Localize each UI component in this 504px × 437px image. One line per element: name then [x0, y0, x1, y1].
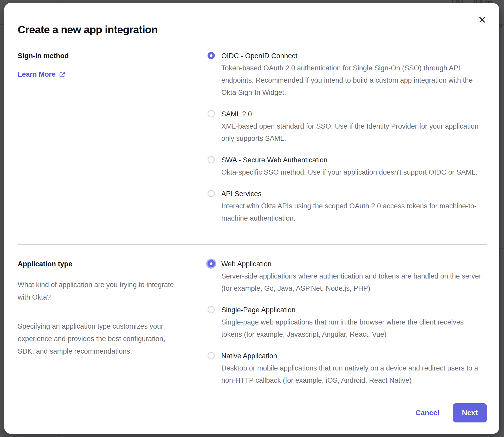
- option-oidc[interactable]: OIDC - OpenID Connect Token-based OAuth …: [208, 51, 487, 99]
- radio-web-application[interactable]: [208, 260, 215, 267]
- option-saml[interactable]: SAML 2.0 XML-based open standard for SSO…: [208, 109, 487, 145]
- option-swa-label: SWA - Secure Web Authentication: [221, 155, 487, 165]
- option-swa[interactable]: SWA - Secure Web Authentication Okta-spe…: [208, 155, 487, 178]
- option-native-application[interactable]: Native Application Desktop or mobile app…: [208, 351, 487, 387]
- option-web-application[interactable]: Web Application Server-side applications…: [208, 259, 487, 295]
- application-type-options: Web Application Server-side applications…: [208, 259, 487, 387]
- application-type-heading: Application type: [18, 259, 208, 269]
- option-api-services-description: Interact with Okta APIs using the scoped…: [221, 200, 486, 224]
- option-swa-description: Okta-specific SSO method. Use if your ap…: [221, 166, 486, 178]
- learn-more-label: Learn More: [18, 70, 56, 78]
- modal-footer: Cancel Next: [415, 403, 487, 422]
- create-app-integration-modal: ✕ Create a new app integration Sign-in m…: [4, 3, 499, 434]
- radio-api-services[interactable]: [208, 190, 215, 197]
- option-oidc-label: OIDC - OpenID Connect: [221, 51, 487, 61]
- apptype-note-text: Specifying an application type customize…: [18, 320, 178, 357]
- option-native-application-description: Desktop or mobile applications that run …: [221, 362, 486, 387]
- apptype-left-column: Application type What kind of applicatio…: [18, 259, 208, 387]
- option-native-application-label: Native Application: [221, 351, 487, 361]
- option-spa-label: Single-Page Application: [221, 305, 487, 315]
- close-button[interactable]: ✕: [476, 14, 488, 26]
- next-button[interactable]: Next: [453, 403, 487, 422]
- signin-method-section: Sign-in method Learn More OIDC - OpenID …: [18, 51, 487, 224]
- radio-native-application[interactable]: [208, 352, 215, 359]
- signin-left-column: Sign-in method Learn More: [18, 51, 208, 224]
- section-divider: [18, 244, 487, 245]
- option-saml-label: SAML 2.0: [221, 109, 487, 119]
- option-web-application-label: Web Application: [221, 259, 487, 269]
- option-saml-description: XML-based open standard for SSO. Use if …: [221, 120, 486, 145]
- option-api-services[interactable]: API Services Interact with Okta APIs usi…: [208, 189, 487, 224]
- radio-spa[interactable]: [208, 306, 215, 313]
- option-spa-description: Single-page web applications that run in…: [221, 316, 486, 341]
- learn-more-link[interactable]: Learn More: [18, 70, 66, 78]
- radio-swa[interactable]: [208, 156, 215, 163]
- option-oidc-description: Token-based OAuth 2.0 authentication for…: [221, 62, 486, 99]
- option-api-services-label: API Services: [221, 189, 487, 199]
- radio-oidc[interactable]: [208, 52, 215, 59]
- signin-method-options: OIDC - OpenID Connect Token-based OAuth …: [208, 51, 487, 224]
- application-type-section: Application type What kind of applicatio…: [18, 259, 487, 387]
- option-web-application-description: Server-side applications where authentic…: [221, 270, 486, 295]
- signin-method-heading: Sign-in method: [18, 51, 208, 61]
- apptype-question-text: What kind of application are you trying …: [18, 279, 178, 303]
- option-spa[interactable]: Single-Page Application Single-page web …: [208, 305, 487, 341]
- backdrop-horizontal-divider-right: [499, 248, 504, 249]
- cancel-button[interactable]: Cancel: [415, 409, 439, 417]
- close-icon: ✕: [478, 15, 486, 25]
- radio-saml[interactable]: [208, 110, 215, 117]
- modal-title: Create a new app integration: [18, 3, 487, 36]
- external-link-icon: [59, 71, 66, 78]
